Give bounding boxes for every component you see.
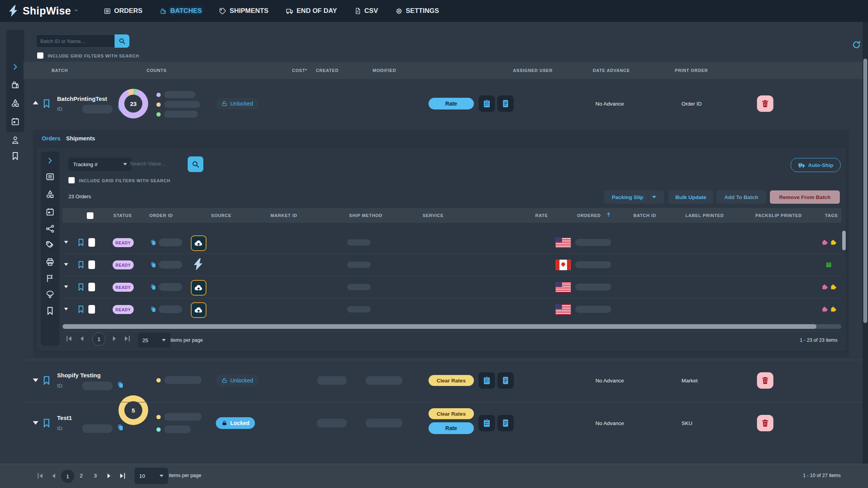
order-search-input[interactable] [129, 160, 183, 167]
inner-parachute-icon[interactable] [45, 290, 55, 299]
batch-row3-packslip-button[interactable] [479, 415, 495, 431]
order-row2-bookmark-icon[interactable] [77, 260, 85, 270]
col-order-id[interactable]: ORDER ID [149, 213, 173, 218]
sidebar-calendar-icon[interactable] [11, 117, 20, 126]
order-row4-tag-puzzle-pink-icon[interactable] [821, 305, 829, 313]
order-row4-copy-icon[interactable] [150, 306, 157, 313]
batch-search-input[interactable] [36, 34, 119, 48]
col-batch-id[interactable]: BATCH ID [633, 213, 656, 218]
inner-list-icon[interactable] [45, 172, 55, 181]
inner-share-icon[interactable] [45, 224, 55, 233]
order-row3-copy-icon[interactable] [150, 283, 157, 291]
remove-from-batch-button[interactable]: Remove From Batch [770, 190, 840, 204]
batch-row1-delete-button[interactable] [757, 95, 773, 112]
col-date-advance[interactable]: DATE ADVANCE [593, 68, 630, 73]
brand-logo[interactable]: ShipWise ™ [7, 5, 78, 17]
order-row1-source-cloud-upload-icon[interactable] [191, 235, 206, 251]
nav-item-settings[interactable]: SETTINGS [395, 7, 439, 15]
col-market-id[interactable]: MARKET ID [271, 213, 297, 218]
order-row1-checkbox[interactable] [88, 238, 95, 247]
order-search-button[interactable] [188, 156, 203, 172]
batch-row3-copy-icon[interactable] [117, 423, 124, 431]
batch-row3-bookmark-icon[interactable] [41, 417, 52, 429]
batches-page-size-select[interactable]: 10 [135, 468, 168, 484]
batch-row2-notes-button[interactable] [497, 372, 514, 389]
col-modified[interactable]: MODIFIED [373, 68, 396, 73]
batch-search-button[interactable] [115, 34, 129, 48]
col-label-printed[interactable]: LABEL PRINTED [685, 213, 724, 218]
order-row4-expand-caret[interactable] [64, 308, 68, 310]
order-row3-checkbox[interactable] [88, 283, 95, 291]
batch-row1-notes-button[interactable] [497, 95, 514, 112]
batch-row1-packslip-button[interactable] [479, 95, 495, 112]
packing-slip-button[interactable]: Packing Slip [604, 190, 664, 204]
batch-row1-collapse-caret[interactable] [33, 101, 38, 104]
order-row4-bookmark-icon[interactable] [77, 304, 85, 314]
order-row3-tag-puzzle-pink-icon[interactable] [821, 283, 829, 291]
batches-last-page-icon[interactable] [118, 472, 127, 480]
order-row4-source-cloud-upload-icon[interactable] [191, 302, 206, 318]
add-to-batch-button[interactable]: Add To Batch [716, 190, 766, 204]
order-row1-tag-puzzle-yellow-icon[interactable] [830, 239, 837, 246]
bulk-update-button[interactable]: Bulk Update [669, 190, 713, 204]
order-filter-field-select[interactable]: Tracking # [68, 158, 132, 171]
batch-include-filters-checkbox[interactable] [37, 52, 43, 59]
batch-row3-clear-rates-button[interactable]: Clear Rates [429, 408, 474, 419]
batches-page-1-button[interactable]: 1 [61, 470, 74, 483]
col-counts[interactable]: COUNTS [147, 68, 167, 73]
batch-row1-rate-button[interactable]: Rate [429, 98, 474, 109]
batch-row1-bookmark-icon[interactable] [41, 98, 52, 109]
col-service[interactable]: SERVICE [423, 213, 444, 218]
batch-row2-bookmark-icon[interactable] [41, 375, 52, 386]
nav-item-orders[interactable]: ORDERS [104, 7, 143, 15]
order-row2-expand-caret[interactable] [64, 263, 68, 266]
col-ordered[interactable]: ORDERED [577, 213, 601, 218]
order-row1-expand-caret[interactable] [64, 241, 68, 244]
inner-printer-icon[interactable] [45, 257, 55, 267]
sidebar-shapes-icon[interactable] [11, 99, 20, 108]
sidebar-user-icon[interactable] [11, 135, 20, 145]
orders-vertical-scrollbar[interactable] [842, 231, 846, 250]
batch-row3-lock-status[interactable]: Locked [216, 417, 255, 429]
order-row1-tag-puzzle-pink-icon[interactable] [821, 239, 829, 246]
orders-last-page-icon[interactable] [123, 334, 131, 343]
sidebar-expand-chevron-icon[interactable] [11, 63, 20, 71]
batch-row2-copy-icon[interactable] [117, 381, 124, 389]
col-tags[interactable]: TAGS [825, 213, 838, 218]
orders-page-size-select[interactable]: 25 [138, 333, 170, 348]
nav-item-batches[interactable]: BATCHES [160, 7, 202, 15]
batch-row2-lock-status[interactable]: Unlocked [216, 375, 258, 386]
col-batch[interactable]: BATCH [52, 68, 68, 73]
sidebar-bookmark-icon[interactable] [11, 151, 20, 161]
orders-include-filters-checkbox[interactable] [68, 177, 75, 183]
batches-page-2-button[interactable]: 2 [80, 473, 83, 479]
batch-row3-rate-button[interactable]: Rate [429, 422, 474, 434]
order-row1-copy-icon[interactable] [150, 239, 157, 246]
nav-item-csv[interactable]: CSV [354, 7, 378, 15]
nav-item-end-of-day[interactable]: END OF DAY [286, 7, 337, 15]
order-row2-tag-box-green-icon[interactable] [825, 261, 832, 268]
col-rate[interactable]: RATE [535, 213, 548, 218]
order-row2-checkbox[interactable] [88, 260, 95, 269]
batch-row2-delete-button[interactable] [757, 372, 773, 389]
batch-row3-expand-caret[interactable] [33, 421, 38, 425]
inner-calendar-icon[interactable] [45, 207, 55, 217]
sidebar-batches-icon[interactable] [11, 80, 20, 90]
order-row1-bookmark-icon[interactable] [77, 237, 85, 248]
batches-prev-page-icon[interactable] [49, 472, 58, 480]
refresh-icon[interactable] [852, 40, 861, 50]
batch-row1-lock-status[interactable]: Unlocked [216, 98, 258, 109]
order-row3-source-cloud-upload-icon[interactable] [191, 280, 206, 296]
page-scrollbar-thumb[interactable] [863, 59, 867, 323]
tab-orders[interactable]: Orders [42, 135, 61, 142]
batch-row3-notes-button[interactable] [497, 415, 514, 431]
tab-shipments[interactable]: Shipments [66, 135, 95, 142]
orders-next-page-icon[interactable] [110, 334, 119, 343]
order-row4-checkbox[interactable] [88, 305, 95, 314]
orders-prev-page-icon[interactable] [77, 334, 86, 343]
orders-horizontal-scrollbar-thumb[interactable] [63, 324, 816, 329]
batches-page-3-button[interactable]: 3 [94, 473, 97, 479]
col-assigned-user[interactable]: ASSIGNED USER [513, 68, 552, 73]
col-packslip-printed[interactable]: PACKSLIP PRINTED [755, 213, 802, 218]
batch-row2-expand-caret[interactable] [33, 379, 38, 382]
